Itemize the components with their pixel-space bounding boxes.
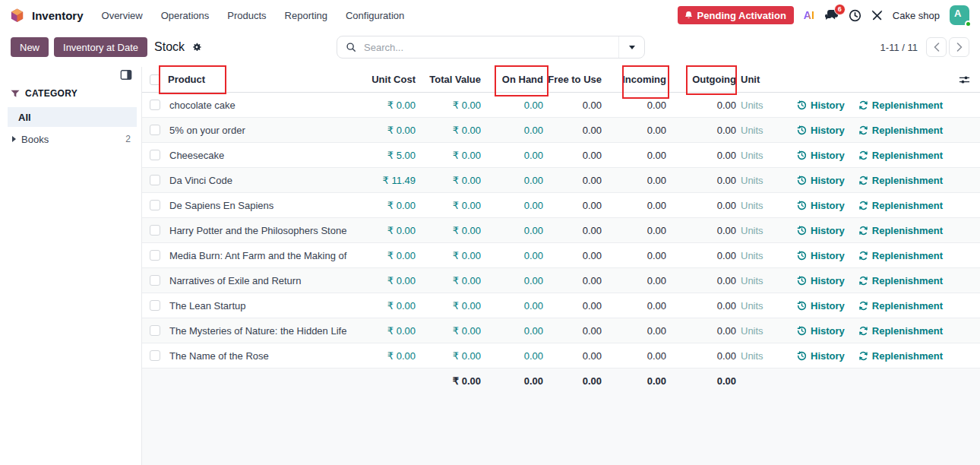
product-name[interactable]: 5% on your order [168, 125, 347, 136]
product-name[interactable]: Narratives of Exile and Return [168, 275, 347, 286]
history-button[interactable]: History [797, 325, 845, 337]
column-header-on-hand[interactable]: On Hand [481, 74, 543, 85]
column-header-free-to-use[interactable]: Free to Use [543, 74, 602, 85]
pager-next-button[interactable] [949, 37, 969, 57]
unit-cost-value[interactable]: ₹ 0.00 [347, 275, 416, 286]
unit-cost-value[interactable]: ₹ 11.49 [347, 175, 416, 186]
total-value-value[interactable]: ₹ 0.00 [416, 100, 481, 111]
product-name[interactable]: De Sapiens En Sapiens [168, 200, 347, 211]
product-name[interactable]: The Lean Startup [168, 300, 347, 312]
replenishment-button[interactable]: Replenishment [858, 125, 943, 136]
product-name[interactable]: chocolate cake [168, 100, 347, 111]
total-value-value[interactable]: ₹ 0.00 [416, 225, 481, 236]
replenishment-button[interactable]: Replenishment [858, 275, 943, 286]
expand-caret-icon[interactable] [12, 136, 16, 142]
sidebar-item-all[interactable]: All [8, 107, 137, 127]
table-row[interactable]: De Sapiens En Sapiens ₹ 0.00 ₹ 0.00 0.00… [142, 193, 980, 218]
row-checkbox[interactable] [150, 200, 160, 210]
product-name[interactable]: The Name of the Rose [168, 350, 347, 362]
on-hand-value[interactable]: 0.00 [481, 250, 543, 261]
product-name[interactable]: Da Vinci Code [168, 175, 347, 186]
inventory-at-date-button[interactable]: Inventory at Date [54, 37, 147, 57]
replenishment-button[interactable]: Replenishment [858, 175, 943, 186]
row-checkbox[interactable] [150, 325, 160, 336]
menu-reporting[interactable]: Reporting [285, 10, 327, 21]
row-checkbox[interactable] [150, 125, 160, 135]
history-button[interactable]: History [797, 300, 845, 312]
column-header-unit-cost[interactable]: Unit Cost [347, 74, 416, 85]
replenishment-button[interactable]: Replenishment [858, 225, 943, 236]
table-row[interactable]: Narratives of Exile and Return ₹ 0.00 ₹ … [142, 268, 980, 293]
product-name[interactable]: Cheesecake [168, 150, 347, 161]
table-row[interactable]: The Lean Startup ₹ 0.00 ₹ 0.00 0.00 0.00… [142, 293, 980, 318]
sidebar-item-books[interactable]: Books 2 [8, 129, 137, 149]
replenishment-button[interactable]: Replenishment [858, 250, 943, 261]
row-checkbox[interactable] [150, 250, 160, 261]
on-hand-value[interactable]: 0.00 [481, 275, 543, 286]
on-hand-value[interactable]: 0.00 [481, 225, 543, 236]
history-button[interactable]: History [797, 200, 845, 211]
product-name[interactable]: Media Burn: Ant Farm and the Making of a… [168, 250, 347, 261]
total-value-value[interactable]: ₹ 0.00 [416, 325, 481, 337]
unit-cost-value[interactable]: ₹ 0.00 [347, 100, 416, 111]
search-input[interactable] [362, 41, 618, 54]
row-checkbox[interactable] [150, 100, 160, 110]
menu-products[interactable]: Products [227, 10, 266, 21]
replenishment-button[interactable]: Replenishment [858, 200, 943, 211]
messages-button[interactable]: 6 [824, 9, 839, 21]
replenishment-button[interactable]: Replenishment [858, 350, 943, 362]
row-checkbox[interactable] [150, 300, 160, 311]
tools-button[interactable] [871, 10, 883, 21]
column-header-incoming[interactable]: Incoming [602, 74, 666, 85]
table-row[interactable]: The Mysteries of Nature: the Hidden Life… [142, 318, 980, 343]
unit-cost-value[interactable]: ₹ 0.00 [347, 125, 416, 136]
table-row[interactable]: Harry Potter and the Philosophers Stone … [142, 218, 980, 243]
row-checkbox[interactable] [150, 225, 160, 236]
on-hand-value[interactable]: 0.00 [481, 350, 543, 362]
row-checkbox[interactable] [150, 150, 160, 160]
optional-columns-icon[interactable] [959, 75, 970, 84]
on-hand-value[interactable]: 0.00 [481, 325, 543, 337]
total-value-value[interactable]: ₹ 0.00 [416, 350, 481, 362]
table-row[interactable]: 5% on your order ₹ 0.00 ₹ 0.00 0.00 0.00… [142, 118, 980, 143]
replenishment-button[interactable]: Replenishment [858, 150, 943, 161]
column-header-outgoing[interactable]: Outgoing [666, 74, 736, 85]
product-name[interactable]: The Mysteries of Nature: the Hidden Life… [168, 325, 347, 337]
pager-previous-button[interactable] [926, 37, 947, 57]
replenishment-button[interactable]: Replenishment [858, 325, 943, 337]
table-row[interactable]: Media Burn: Ant Farm and the Making of a… [142, 243, 980, 268]
on-hand-value[interactable]: 0.00 [481, 100, 543, 111]
on-hand-value[interactable]: 0.00 [481, 200, 543, 211]
unit-cost-value[interactable]: ₹ 5.00 [347, 150, 416, 161]
column-header-total-value[interactable]: Total Value [416, 74, 481, 85]
sidebar-toggle-icon[interactable] [120, 70, 132, 80]
on-hand-value[interactable]: 0.00 [481, 150, 543, 161]
select-all-checkbox[interactable] [150, 74, 160, 85]
history-button[interactable]: History [797, 275, 845, 286]
app-brand[interactable]: Inventory [9, 8, 84, 24]
row-checkbox[interactable] [150, 275, 160, 286]
table-row[interactable]: Cheesecake ₹ 5.00 ₹ 0.00 0.00 0.00 0.00 … [142, 143, 980, 168]
total-value-value[interactable]: ₹ 0.00 [416, 275, 481, 286]
total-value-value[interactable]: ₹ 0.00 [416, 250, 481, 261]
history-button[interactable]: History [797, 125, 845, 136]
history-button[interactable]: History [797, 225, 845, 236]
column-header-product[interactable]: Product [168, 74, 347, 85]
total-value-value[interactable]: ₹ 0.00 [416, 200, 481, 211]
on-hand-value[interactable]: 0.00 [481, 175, 543, 186]
unit-cost-value[interactable]: ₹ 0.00 [347, 350, 416, 362]
history-button[interactable]: History [797, 350, 845, 362]
row-checkbox[interactable] [150, 175, 160, 185]
activities-button[interactable] [849, 9, 861, 22]
unit-cost-value[interactable]: ₹ 0.00 [347, 225, 416, 236]
unit-cost-value[interactable]: ₹ 0.00 [347, 300, 416, 312]
history-button[interactable]: History [797, 100, 845, 111]
unit-cost-value[interactable]: ₹ 0.00 [347, 250, 416, 261]
history-button[interactable]: History [797, 175, 845, 186]
on-hand-value[interactable]: 0.00 [481, 300, 543, 312]
menu-overview[interactable]: Overview [102, 10, 143, 21]
table-row[interactable]: Da Vinci Code ₹ 11.49 ₹ 0.00 0.00 0.00 0… [142, 168, 980, 193]
total-value-value[interactable]: ₹ 0.00 [416, 125, 481, 136]
on-hand-value[interactable]: 0.00 [481, 125, 543, 136]
menu-configuration[interactable]: Configuration [346, 10, 404, 21]
